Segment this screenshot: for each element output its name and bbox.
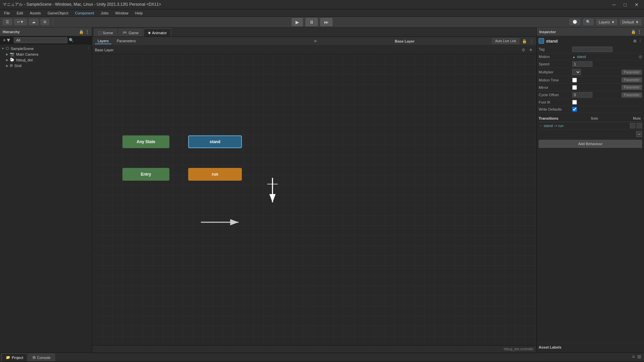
menu-file[interactable]: File [1,10,13,16]
animator-toolbar: Layers Parameters 👁 Base Layer Auto Live… [92,37,536,46]
hierarchy-item-menu-icon[interactable]: ⋮ [87,46,91,51]
hierarchy-item-samplescene[interactable]: ▼ ⬡ SampleScene ⋮ [0,46,92,51]
state-any-state[interactable]: Any State [122,135,169,148]
inspector-multiplier-select[interactable] [572,69,581,75]
transition-name-label[interactable]: stand -> run [544,124,630,128]
layers-arrow: ▼ [611,20,615,24]
menu-edit[interactable]: Edit [14,10,26,16]
project-tab-icon: 📁 [6,355,10,360]
layers-dropdown[interactable]: Layers ▼ [596,19,617,25]
inspector-cycle-offset-input[interactable] [572,92,592,98]
menu-assets[interactable]: Assets [27,10,44,16]
default-dropdown[interactable]: Default ▼ [620,19,641,25]
transition-solo-toggle[interactable] [630,123,635,128]
search-button[interactable]: 🔍 [583,19,594,25]
scene-icon: ⬡ [6,46,9,51]
animator-parameters-tab[interactable]: Parameters [114,38,139,44]
toolbar-separator-1 [53,19,53,25]
tab-scene[interactable]: ⬚ Scene [94,28,117,37]
sheep-icon: 🐑 [10,58,14,62]
tab-game[interactable]: 🎮 Game [118,28,143,37]
minimize-button[interactable]: ─ [610,1,619,8]
auto-live-link-button[interactable]: Auto Live Link [492,38,519,44]
inspector-motion-link[interactable]: stand [577,55,586,59]
inspector-multiplier-value [572,69,622,75]
hierarchy-header-icons: 🔒 ⋮ [79,29,89,34]
toolbar-cloud-button[interactable]: ☁ [29,19,39,25]
hierarchy-add-button[interactable]: +▼ [1,37,12,43]
state-run[interactable]: run [188,168,242,181]
expand-arrow: ▶ [6,58,8,62]
inspector-speed-input[interactable] [572,61,592,67]
inspector-motion-time-checkbox[interactable] [572,78,577,82]
menu-window[interactable]: Window [113,10,131,16]
tab-project[interactable]: 📁 Project [1,353,28,361]
inspector-multiplier-row: Multiplier Parameter [539,68,642,76]
inspector-cycle-offset-label: Cycle Offset [539,93,572,97]
animator-layers-tab[interactable]: Layers [95,38,111,44]
inspector-mirror-label: Mirror [539,85,572,89]
animator-more-icon[interactable]: ⋮ [530,39,534,44]
inspector-expand-icon[interactable]: ⊞ [633,39,636,43]
inspector-write-defaults-checkbox[interactable] [572,107,577,112]
state-entry[interactable]: Entry [122,168,169,181]
menu-jobs[interactable]: Jobs [98,10,111,16]
hierarchy-search-icon[interactable]: 🔍 [69,38,74,43]
inspector-write-defaults-value [572,107,642,112]
inspector-motion-picker-icon[interactable]: ◎ [639,54,642,59]
animator-eye-icon[interactable]: 👁 [314,39,317,43]
add-behaviour-button[interactable]: Add Behaviour [539,140,642,148]
inspector-multiplier-param[interactable]: Parameter [622,70,642,75]
inspector-header: Inspector 🔒 ⋮ [537,27,644,36]
menu-help[interactable]: Help [132,10,146,16]
inspector-more2-icon[interactable]: ⋮ [638,39,642,43]
hierarchy-lock-icon[interactable]: 🔒 [79,29,84,34]
hierarchy-item-maincamera[interactable]: ▶ 📷 Main Camera [0,51,92,57]
menu-gameobject[interactable]: GameObject [45,10,71,16]
close-button[interactable]: ✕ [632,1,641,8]
state-stand[interactable]: stand [188,135,242,148]
animator-lock-icon[interactable]: 🔒 [522,39,527,44]
inspector-more-icon[interactable]: ⋮ [637,29,641,34]
hierarchy-search-input[interactable] [14,37,67,43]
inspector-foot-ik-checkbox[interactable] [572,100,577,105]
animator-arrows [92,54,536,345]
inspector-bottom-icon-2[interactable]: ⊞ [637,354,641,359]
default-arrow: ▼ [635,20,639,24]
grid-icon: ⊞ [10,63,13,68]
animator-canvas[interactable]: Any State Entry stand run [92,54,536,345]
animator-base-layer-label: Base Layer [395,39,415,43]
transition-mute-toggle[interactable] [637,123,642,128]
inspector-mirror-param[interactable]: Parameter [622,85,642,90]
expand-arrow: ▶ [6,53,8,56]
base-layer-settings-icon[interactable]: ⚙ [522,48,525,52]
tab-animator[interactable]: ◈ Animator [144,28,171,37]
inspector-motion-time-param[interactable]: Parameter [622,77,642,82]
inspector-bottom-icon-1[interactable]: ≡ [632,354,635,359]
toolbar-menu-button[interactable]: ☰ [3,19,12,25]
play-button[interactable]: ▶ [292,18,303,26]
remove-transition-button[interactable]: − [636,131,642,137]
toolbar-undo-button[interactable]: ↩▼ [14,19,27,25]
step-button[interactable]: ⏭ [320,18,332,26]
inspector-header-icons: 🔒 ⋮ [631,29,641,34]
inspector-mirror-checkbox[interactable] [572,85,577,90]
inspector-cycle-offset-param[interactable]: Parameter [622,93,642,98]
center-panel: ⬚ Scene 🎮 Game ◈ Animator Layers Paramet… [92,27,537,353]
hierarchy-item-hitsuji[interactable]: ▶ 🐑 hitsuji_dot [0,57,92,63]
tab-console[interactable]: ⊞ Console [28,353,55,361]
maximize-button[interactable]: □ [621,1,629,8]
pause-button[interactable]: ⏸ [306,18,318,26]
menu-component[interactable]: Component [72,10,97,16]
hier-grid-label: Grid [14,64,21,68]
main-layout: Hierarchy 🔒 ⋮ +▼ 🔍 ▼ ⬡ SampleScene ⋮ ▶ 📷… [0,27,644,353]
toolbar-collab-button[interactable]: ⧉ [41,19,49,25]
hierarchy-more-icon[interactable]: ⋮ [85,29,89,34]
add-layer-button[interactable]: + [528,47,534,53]
hier-hitsuji-label: hitsuji_dot [16,58,33,62]
hierarchy-item-grid[interactable]: ▶ ⊞ Grid [0,63,92,68]
history-button[interactable]: 🕐 [570,19,580,25]
inspector-lock-icon[interactable]: 🔒 [631,29,636,34]
inspector-tag-input[interactable] [572,47,612,52]
inspector-mirror-value [572,85,622,90]
